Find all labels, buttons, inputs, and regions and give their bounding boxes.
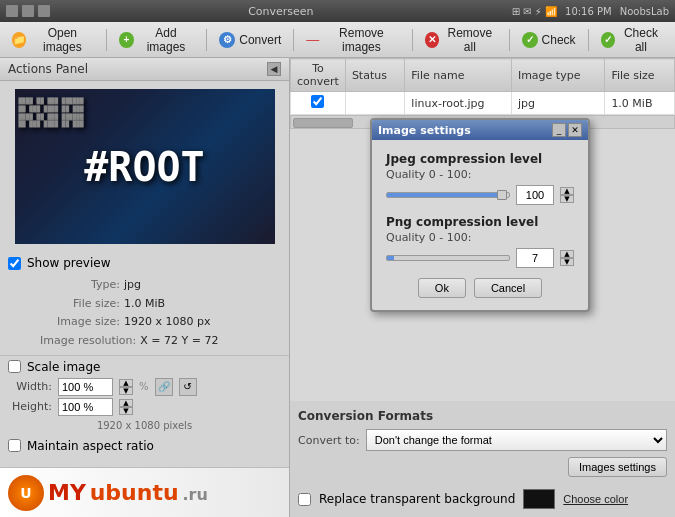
png-down-btn[interactable]: ▼ — [560, 258, 574, 266]
width-up-btn[interactable]: ▲ — [119, 379, 133, 387]
check-all-button[interactable]: ✓ Check all — [593, 22, 672, 58]
add-images-button[interactable]: + Add images — [111, 22, 202, 58]
sep4 — [412, 29, 413, 51]
col-header-filename: File name — [405, 59, 512, 92]
jpeg-slider-row: ▲ ▼ — [386, 185, 574, 205]
width-down-btn[interactable]: ▼ — [119, 387, 133, 395]
titlebar: Converseen ⊞ ✉ ⚡ 📶 10:16 PM NoobsLab — [0, 0, 675, 22]
height-input[interactable] — [58, 398, 113, 416]
height-row: Height: ▲ ▼ — [8, 398, 281, 416]
pixel-info: 1920 x 1080 pixels — [8, 418, 281, 433]
logo-text-group: MY ubuntu .ru — [48, 480, 208, 505]
height-up-btn[interactable]: ▲ — [119, 399, 133, 407]
png-slider-row: ▲ ▼ — [386, 248, 574, 268]
scale-section: Scale image Width: ▲ ▼ % 🔗 ↺ Height: ▲ ▼ — [0, 355, 289, 437]
dialog-minimize-btn[interactable]: _ — [552, 123, 566, 137]
width-unit: % — [139, 381, 149, 392]
jpeg-compression-section: Jpeg compression level Quality 0 - 100: … — [386, 152, 574, 205]
height-down-btn[interactable]: ▼ — [119, 407, 133, 415]
filesize-row: File size: 1.0 MiB — [40, 295, 281, 314]
imagesize-row: Image size: 1920 x 1080 px — [40, 313, 281, 332]
row-imagetype: jpg — [511, 92, 604, 115]
sep5 — [509, 29, 510, 51]
app-title: Converseen — [50, 5, 512, 18]
system-icons: ⊞ ✉ ⚡ 📶 — [512, 6, 557, 17]
width-input[interactable] — [58, 378, 113, 396]
jpeg-value-input[interactable] — [516, 185, 554, 205]
remove-all-button[interactable]: ✕ Remove all — [417, 22, 505, 58]
check-all-icon: ✓ — [601, 32, 615, 48]
jpeg-slider-thumb[interactable] — [497, 190, 507, 200]
remove-images-button[interactable]: — Remove images — [298, 22, 407, 58]
width-spinner: ▲ ▼ — [119, 379, 133, 395]
check-button[interactable]: ✓ Check — [514, 28, 584, 52]
titlebar-right: ⊞ ✉ ⚡ 📶 10:16 PM NoobsLab — [512, 6, 669, 17]
preview-text: #ROOT — [84, 144, 204, 190]
aspect-ratio-checkbox[interactable] — [8, 439, 21, 452]
color-box[interactable] — [523, 489, 555, 509]
png-spin: ▲ ▼ — [560, 250, 574, 266]
toolbar: 📁 Open images + Add images ⚙ Convert — R… — [0, 22, 675, 58]
replace-transparent-checkbox[interactable] — [298, 493, 311, 506]
dialog-close-btn[interactable]: ✕ — [568, 123, 582, 137]
table-wrapper: To convert Status File name Image type F… — [290, 58, 675, 115]
resolution-row: Image resolution: X = 72 Y = 72 — [40, 332, 281, 351]
row-filesize: 1.0 MiB — [605, 92, 675, 115]
sep6 — [588, 29, 589, 51]
ubuntu-logo-icon: U — [8, 475, 44, 511]
scale-image-checkbox[interactable] — [8, 360, 21, 373]
png-up-btn[interactable]: ▲ — [560, 250, 574, 258]
sep2 — [206, 29, 207, 51]
col-header-status: Status — [345, 59, 404, 92]
type-row: Type: jpg — [40, 276, 281, 295]
png-slider[interactable] — [386, 255, 510, 261]
sep3 — [293, 29, 294, 51]
choose-color-button[interactable]: Choose color — [563, 493, 628, 505]
dialog-body: Jpeg compression level Quality 0 - 100: … — [372, 140, 588, 310]
image-settings-dialog: Image settings _ ✕ Jpeg compression leve… — [370, 118, 590, 312]
col-header-imagetype: Image type — [511, 59, 604, 92]
close-btn[interactable] — [38, 5, 50, 17]
col-header-convert: To convert — [291, 59, 346, 92]
scrollbar-thumb[interactable] — [293, 118, 353, 128]
jpeg-down-btn[interactable]: ▼ — [560, 195, 574, 203]
logo-area: U MY ubuntu .ru — [0, 467, 289, 517]
images-settings-button[interactable]: Images settings — [568, 457, 667, 477]
width-link-btn[interactable]: 🔗 — [155, 378, 173, 396]
sep1 — [106, 29, 107, 51]
clock: 10:16 PM — [565, 6, 612, 17]
scale-checkbox-row: Scale image — [8, 360, 281, 374]
convert-button[interactable]: ⚙ Convert — [211, 28, 289, 52]
file-table: To convert Status File name Image type F… — [290, 58, 675, 115]
open-images-button[interactable]: 📁 Open images — [4, 22, 102, 58]
row-checkbox[interactable] — [311, 95, 324, 108]
show-preview-row: Show preview — [0, 252, 289, 274]
right-panel: To convert Status File name Image type F… — [290, 58, 675, 517]
left-panel: Actions Panel ◀ ████ ██ ███ ██████ ██ ██… — [0, 58, 290, 517]
transparent-row: Replace transparent background Choose co… — [298, 489, 667, 509]
convert-row: Convert to: Don't change the format — [298, 429, 667, 451]
dialog-buttons: Ok Cancel — [386, 278, 574, 298]
dialog-cancel-button[interactable]: Cancel — [474, 278, 542, 298]
jpeg-slider[interactable] — [386, 192, 510, 198]
aspect-ratio-row: Maintain aspect ratio — [0, 437, 289, 455]
maximize-btn[interactable] — [22, 5, 34, 17]
remove-all-icon: ✕ — [425, 32, 439, 48]
conversion-formats-section: Conversion Formats Convert to: Don't cha… — [290, 401, 675, 517]
image-preview: ████ ██ ███ ██████ ██ ███ ████ ██ ███ ██… — [15, 89, 275, 244]
dialog-titlebar: Image settings _ ✕ — [372, 120, 588, 140]
main-area: Actions Panel ◀ ████ ██ ███ ██████ ██ ██… — [0, 58, 675, 517]
jpeg-spin: ▲ ▼ — [560, 187, 574, 203]
width-reset-btn[interactable]: ↺ — [179, 378, 197, 396]
format-select[interactable]: Don't change the format — [366, 429, 667, 451]
png-value-input[interactable] — [516, 248, 554, 268]
show-preview-checkbox[interactable] — [8, 257, 21, 270]
jpeg-up-btn[interactable]: ▲ — [560, 187, 574, 195]
table-row: linux-root.jpg jpg 1.0 MiB — [291, 92, 675, 115]
check-icon: ✓ — [522, 32, 538, 48]
panel-collapse-button[interactable]: ◀ — [267, 62, 281, 76]
dialog-ok-button[interactable]: Ok — [418, 278, 466, 298]
titlebar-left — [6, 5, 50, 17]
file-table-area: To convert Status File name Image type F… — [290, 58, 675, 129]
minimize-btn[interactable] — [6, 5, 18, 17]
